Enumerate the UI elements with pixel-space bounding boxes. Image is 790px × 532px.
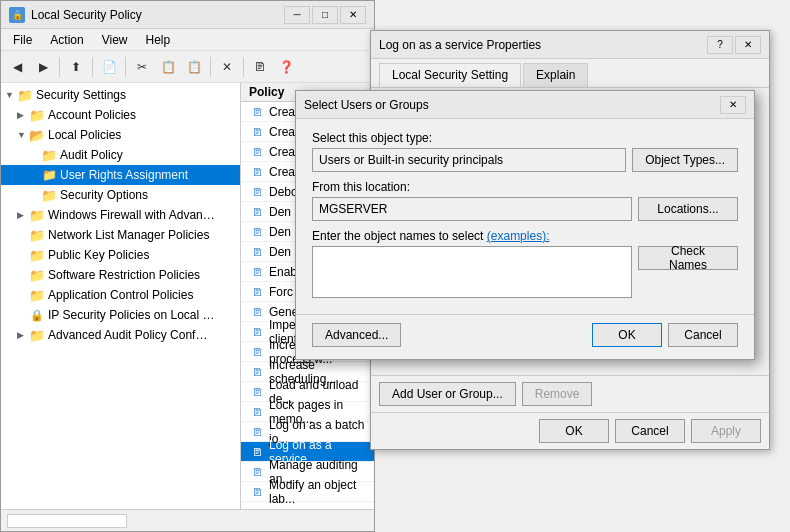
app-icon: 🔒 <box>9 7 25 23</box>
policy-row-icon: 🖹 <box>249 184 265 200</box>
props-help-button[interactable]: ? <box>707 36 733 54</box>
folder-icon: 📁 <box>29 287 45 303</box>
object-type-input <box>312 148 626 172</box>
location-label: From this location: <box>312 180 738 194</box>
status-bar <box>1 509 374 531</box>
tab-local-security-setting[interactable]: Local Security Setting <box>379 63 521 87</box>
advanced-button[interactable]: Advanced... <box>312 323 401 347</box>
dialog-content: Select this object type: Object Types...… <box>296 119 754 310</box>
object-names-row: Check Names <box>312 246 738 298</box>
forward-button[interactable]: ▶ <box>31 55 55 79</box>
folder-icon: 📂 <box>29 127 45 143</box>
folder-icon: 📁 <box>41 187 57 203</box>
policy-row-icon: 🖹 <box>249 144 265 160</box>
tab-explain[interactable]: Explain <box>523 63 588 87</box>
folder-icon: 📁 <box>29 207 45 223</box>
tree-item-local-policies[interactable]: ▼ 📂 Local Policies <box>1 125 240 145</box>
minimize-button[interactable]: ─ <box>284 6 310 24</box>
copy-button[interactable]: 📋 <box>156 55 180 79</box>
dialog-title-bar: Select Users or Groups ✕ <box>296 91 754 119</box>
check-names-button[interactable]: Check Names <box>638 246 738 270</box>
tree-item-network-list[interactable]: 📁 Network List Manager Policies <box>1 225 240 245</box>
tree-item-label: Security Settings <box>36 88 126 102</box>
policy-row-icon: 🖹 <box>249 464 265 480</box>
dialog-footer-right: OK Cancel <box>592 323 738 347</box>
tree-item-public-key[interactable]: 📁 Public Key Policies <box>1 245 240 265</box>
policy-row-icon: 🖹 <box>249 384 265 400</box>
policy-row-icon: 🖹 <box>249 404 265 420</box>
tree-item-software-restriction[interactable]: 📁 Software Restriction Policies <box>1 265 240 285</box>
policy-row-icon: 🖹 <box>249 344 265 360</box>
locations-button[interactable]: Locations... <box>638 197 738 221</box>
menu-file[interactable]: File <box>5 31 40 49</box>
object-type-section: Select this object type: Object Types... <box>312 131 738 172</box>
folder-icon: 📁 <box>17 87 33 103</box>
tree-panel: ▼ 📁 Security Settings ▶ 📁 Account Polici… <box>1 83 241 509</box>
folder-icon: 📁 <box>29 227 45 243</box>
show-hide-button[interactable]: 📄 <box>97 55 121 79</box>
policy-row-icon: 🖹 <box>249 424 265 440</box>
policy-row-modify-object[interactable]: 🖹 Modify an object lab... <box>241 482 374 502</box>
toolbar: ◀ ▶ ⬆ 📄 ✂ 📋 📋 ✕ 🖹 ❓ <box>1 51 374 83</box>
title-bar-buttons: ─ □ ✕ <box>284 6 366 24</box>
tree-item-label: Audit Policy <box>60 148 123 162</box>
menu-help[interactable]: Help <box>138 31 179 49</box>
tree-item-user-rights-assignment[interactable]: 📁 User Rights Assignment <box>1 165 240 185</box>
select-users-dialog: Select Users or Groups ✕ Select this obj… <box>295 90 755 360</box>
dialog-cancel-button[interactable]: Cancel <box>668 323 738 347</box>
tree-item-audit-policy[interactable]: 📁 Audit Policy <box>1 145 240 165</box>
tree-item-app-control[interactable]: 📁 Application Control Policies <box>1 285 240 305</box>
folder-icon: 📁 <box>29 327 45 343</box>
tree-arrow: ▶ <box>17 330 29 340</box>
paste-button[interactable]: 📋 <box>182 55 206 79</box>
status-scrollbar[interactable] <box>7 514 127 528</box>
dialog-close-button[interactable]: ✕ <box>720 96 746 114</box>
props-cancel-button[interactable]: Cancel <box>615 419 685 443</box>
cut-button[interactable]: ✂ <box>130 55 154 79</box>
tree-item-label: Account Policies <box>48 108 136 122</box>
tree-item-windows-firewall[interactable]: ▶ 📁 Windows Firewall with Advanced Secu <box>1 205 240 225</box>
folder-icon: 📁 <box>29 247 45 263</box>
remove-button[interactable]: Remove <box>522 382 593 406</box>
object-types-button[interactable]: Object Types... <box>632 148 738 172</box>
help-button[interactable]: ❓ <box>274 55 298 79</box>
props-tabs-bar: Local Security Setting Explain <box>371 59 769 88</box>
menu-action[interactable]: Action <box>42 31 91 49</box>
props-ok-button[interactable]: OK <box>539 419 609 443</box>
properties-button[interactable]: 🖹 <box>248 55 272 79</box>
policy-row-icon: 🖹 <box>249 164 265 180</box>
tree-item-security-options[interactable]: 📁 Security Options <box>1 185 240 205</box>
close-button[interactable]: ✕ <box>340 6 366 24</box>
tree-item-label: Windows Firewall with Advanced Secu <box>48 208 218 222</box>
policy-row-icon: 🖹 <box>249 244 265 260</box>
tree-arrow: ▶ <box>17 110 29 120</box>
up-button[interactable]: ⬆ <box>64 55 88 79</box>
props-close-button[interactable]: ✕ <box>735 36 761 54</box>
main-window-title: Local Security Policy <box>31 8 278 22</box>
tree-item-label: Public Key Policies <box>48 248 149 262</box>
folder-icon: 📁 <box>41 167 57 183</box>
menu-view[interactable]: View <box>94 31 136 49</box>
delete-button[interactable]: ✕ <box>215 55 239 79</box>
policy-row-icon: 🖹 <box>249 304 265 320</box>
maximize-button[interactable]: □ <box>312 6 338 24</box>
object-names-textarea[interactable] <box>312 246 632 298</box>
tree-item-label: Network List Manager Policies <box>48 228 209 242</box>
tree-item-security-settings[interactable]: ▼ 📁 Security Settings <box>1 85 240 105</box>
tree-item-account-policies[interactable]: ▶ 📁 Account Policies <box>1 105 240 125</box>
examples-link[interactable]: (examples): <box>487 229 550 243</box>
location-row: Locations... <box>312 197 738 221</box>
back-button[interactable]: ◀ <box>5 55 29 79</box>
dialog-ok-button[interactable]: OK <box>592 323 662 347</box>
props-apply-button[interactable]: Apply <box>691 419 761 443</box>
tree-item-ip-security[interactable]: 🔒 IP Security Policies on Local Compute <box>1 305 240 325</box>
policy-row-icon: 🖹 <box>249 484 265 500</box>
tree-item-label: Local Policies <box>48 128 121 142</box>
menu-bar: File Action View Help <box>1 29 374 51</box>
policy-row-icon: 🖹 <box>249 104 265 120</box>
toolbar-sep-4 <box>210 57 211 77</box>
dialog-title: Select Users or Groups <box>304 98 720 112</box>
location-input <box>312 197 632 221</box>
tree-item-advanced-audit[interactable]: ▶ 📁 Advanced Audit Policy Configuration <box>1 325 240 345</box>
add-user-group-button[interactable]: Add User or Group... <box>379 382 516 406</box>
